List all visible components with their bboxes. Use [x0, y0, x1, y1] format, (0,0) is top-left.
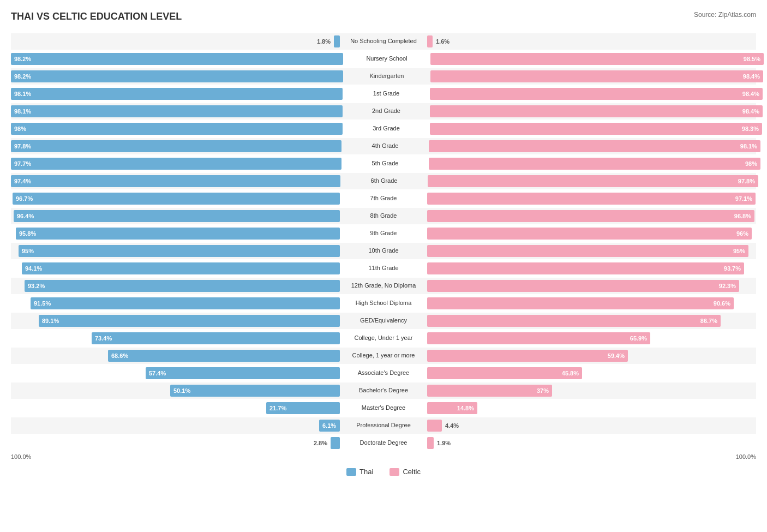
bar-row: 96.4%8th Grade96.8% [11, 208, 756, 224]
bottom-left-label: 100.0% [11, 453, 31, 460]
celtic-value: 37% [537, 387, 549, 394]
row-label: No Schooling Completed [340, 38, 427, 45]
celtic-value: 95% [733, 248, 745, 254]
bar-row: 2.8%Doctorate Degree1.9% [11, 435, 756, 451]
bar-row: 6.1%Professional Degree4.4% [11, 417, 756, 434]
thai-value: 1.8% [317, 38, 331, 45]
bar-row: 91.5%High School Diploma90.6% [11, 295, 756, 312]
row-label: 2nd Grade [343, 107, 430, 115]
chart-area: 1.8%No Schooling Completed1.6%98.2%Nurse… [11, 33, 756, 451]
bar-row: 98.2%Nursery School98.5% [11, 51, 756, 67]
row-label: 12th Grade, No Diploma [340, 282, 427, 289]
celtic-value: 92.3% [719, 283, 736, 289]
row-label: Bachelor's Degree [340, 387, 427, 394]
thai-value: 21.7% [269, 405, 286, 411]
thai-value: 91.5% [34, 300, 51, 307]
celtic-value: 86.7% [700, 318, 717, 324]
thai-value: 97.7% [14, 160, 31, 167]
thai-value: 89.1% [42, 318, 59, 324]
thai-value: 98.2% [14, 73, 31, 80]
legend-thai-label: Thai [359, 468, 373, 476]
celtic-value: 59.4% [608, 352, 625, 359]
chart-title: Thai vs Celtic Education Level [11, 11, 182, 22]
celtic-value: 45.8% [562, 370, 579, 376]
bar-row: 57.4%Associate's Degree45.8% [11, 365, 756, 381]
bar-row: 97.8%4th Grade98.1% [11, 138, 756, 154]
row-label: College, 1 year or more [340, 352, 427, 359]
row-label: 9th Grade [340, 230, 427, 237]
row-label: College, Under 1 year [340, 334, 427, 342]
row-label: Kindergarten [343, 73, 430, 80]
row-label: 7th Grade [340, 195, 427, 202]
celtic-value: 96% [736, 230, 748, 237]
celtic-value: 98.5% [744, 56, 760, 62]
thai-value: 73.4% [95, 335, 112, 342]
row-label: 1st Grade [343, 90, 430, 97]
celtic-value: 4.4% [445, 422, 459, 429]
celtic-value: 98% [745, 160, 757, 167]
thai-value: 57.4% [149, 370, 166, 376]
thai-value: 98.1% [14, 91, 31, 97]
thai-value: 68.6% [111, 352, 128, 359]
thai-value: 50.1% [173, 387, 190, 394]
source-label: Source: ZipAtlas.com [694, 11, 756, 19]
celtic-value: 97.1% [735, 195, 752, 202]
bar-row: 95.8%9th Grade96% [11, 225, 756, 242]
row-label: 5th Grade [341, 160, 429, 167]
row-label: Nursery School [343, 55, 430, 62]
celtic-value: 98.4% [742, 91, 759, 97]
chart-container: Thai vs Celtic Education Level Source: Z… [11, 11, 756, 476]
row-label: Doctorate Degree [340, 439, 427, 446]
thai-value: 93.2% [28, 283, 45, 289]
thai-value: 96.4% [17, 213, 34, 219]
bar-row: 97.7%5th Grade98% [11, 156, 756, 172]
bar-row: 1.8%No Schooling Completed1.6% [11, 33, 756, 50]
bar-row: 96.7%7th Grade97.1% [11, 190, 756, 207]
bar-row: 95%10th Grade95% [11, 243, 756, 259]
bottom-labels: 100.0% 100.0% [11, 453, 756, 460]
bar-row: 21.7%Master's Degree14.8% [11, 400, 756, 416]
legend-thai-color [346, 468, 356, 476]
celtic-value: 98.4% [743, 73, 760, 80]
thai-value: 98.2% [14, 56, 31, 62]
thai-value: 95% [22, 248, 34, 254]
row-label: Professional Degree [340, 422, 427, 429]
row-label: High School Diploma [340, 300, 427, 307]
celtic-value: 96.8% [734, 213, 751, 219]
thai-value: 98% [14, 125, 26, 132]
row-label: 10th Grade [340, 247, 427, 254]
celtic-value: 90.6% [714, 300, 730, 307]
thai-value: 6.1% [322, 422, 336, 429]
celtic-value: 14.8% [457, 405, 474, 411]
bar-row: 98.1%1st Grade98.4% [11, 86, 756, 102]
thai-value: 95.8% [19, 230, 36, 237]
row-label: 8th Grade [340, 212, 427, 219]
thai-value: 97.4% [14, 178, 31, 184]
legend-celtic-color [390, 468, 399, 476]
celtic-value: 97.8% [738, 178, 755, 184]
celtic-value: 98.1% [740, 143, 757, 150]
row-label: 3rd Grade [343, 125, 430, 132]
bar-row: 50.1%Bachelor's Degree37% [11, 382, 756, 399]
celtic-value: 98.3% [742, 125, 759, 132]
row-label: Master's Degree [340, 404, 427, 411]
bottom-right-label: 100.0% [736, 453, 756, 460]
row-label: GED/Equivalency [340, 317, 427, 324]
legend-thai: Thai [346, 468, 373, 476]
bar-row: 89.1%GED/Equivalency86.7% [11, 313, 756, 329]
celtic-value: 93.7% [724, 265, 741, 272]
celtic-value: 1.9% [437, 440, 451, 446]
celtic-value: 1.6% [436, 38, 450, 45]
bar-row: 93.2%12th Grade, No Diploma92.3% [11, 278, 756, 294]
thai-value: 96.7% [16, 195, 33, 202]
row-label: 4th Grade [341, 142, 429, 150]
bar-row: 98.1%2nd Grade98.4% [11, 103, 756, 119]
celtic-value: 98.4% [742, 108, 759, 115]
bar-row: 98%3rd Grade98.3% [11, 121, 756, 137]
bar-row: 98.2%Kindergarten98.4% [11, 68, 756, 85]
row-label: 6th Grade [340, 177, 428, 184]
bar-row: 68.6%College, 1 year or more59.4% [11, 348, 756, 364]
thai-value: 2.8% [314, 440, 327, 446]
thai-value: 98.1% [14, 108, 31, 115]
thai-value: 97.8% [14, 143, 31, 150]
